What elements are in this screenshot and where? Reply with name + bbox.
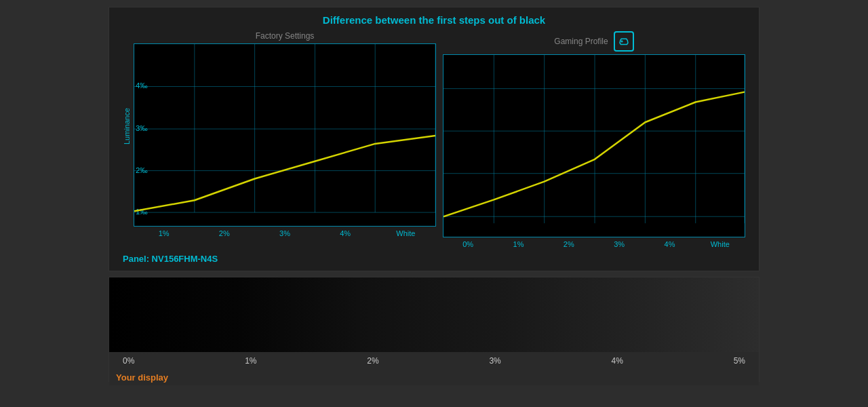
left-chart-label: Factory Settings — [134, 31, 436, 41]
svg-text:3‰: 3‰ — [136, 124, 148, 132]
left-x-label-4: 4% — [315, 229, 376, 237]
right-x-label-1: 1% — [493, 240, 543, 248]
bottom-x-label-4: 4% — [612, 356, 623, 366]
your-display-label: Your display — [109, 370, 759, 385]
left-chart-panel: Factory Settings — [134, 31, 436, 248]
bottom-x-label-3: 3% — [489, 356, 500, 366]
gaming-icon — [614, 31, 634, 52]
right-chart-label: Gaming Profile — [443, 31, 745, 52]
svg-text:4‰: 4‰ — [136, 82, 148, 90]
chart-title: Difference between the first steps out o… — [123, 14, 745, 26]
right-chart-svg — [443, 55, 745, 237]
left-chart-svg: 4‰ 3‰ 2‰ 1‰ — [134, 44, 435, 226]
left-x-label-2: 2% — [194, 229, 254, 237]
left-x-label-1: 1% — [134, 229, 194, 237]
y-axis-label: Luminance — [123, 31, 131, 221]
display-area — [109, 277, 759, 352]
left-x-axis-labels: 1% 2% 3% 4% White — [134, 229, 436, 237]
charts-row: Luminance Factory Settings — [123, 31, 745, 248]
display-svg — [109, 277, 759, 352]
right-x-label-white: White — [695, 240, 745, 248]
right-x-label-2: 2% — [544, 240, 594, 248]
left-x-label-3: 3% — [254, 229, 315, 237]
right-x-label-4: 4% — [644, 240, 694, 248]
bottom-section: 0% 1% 2% 3% 4% 5% Your display — [108, 277, 760, 382]
right-x-label-3: 3% — [594, 240, 644, 248]
bottom-x-label-5: 5% — [734, 356, 745, 366]
main-container: Difference between the first steps out o… — [0, 0, 868, 407]
charts-inner: Factory Settings — [134, 31, 745, 248]
right-chart-panel: Gaming Profile — [443, 31, 745, 248]
bottom-x-label-0: 0% — [123, 356, 134, 366]
left-chart-area: 4‰ 3‰ 2‰ 1‰ — [134, 43, 436, 227]
chart-section: Difference between the first steps out o… — [108, 7, 760, 271]
bottom-x-label-2: 2% — [367, 356, 378, 366]
right-x-label-0: 0% — [443, 240, 493, 248]
bottom-x-label-1: 1% — [245, 356, 256, 366]
panel-info: Panel: NV156FHM-N4S — [123, 254, 745, 264]
svg-text:2‰: 2‰ — [136, 166, 148, 174]
right-x-axis-labels: 0% 1% 2% 3% 4% White — [443, 240, 745, 248]
right-chart-area — [443, 54, 745, 237]
left-x-label-white: White — [376, 229, 436, 237]
bottom-x-labels: 0% 1% 2% 3% 4% 5% — [109, 352, 759, 370]
svg-rect-23 — [109, 277, 759, 352]
